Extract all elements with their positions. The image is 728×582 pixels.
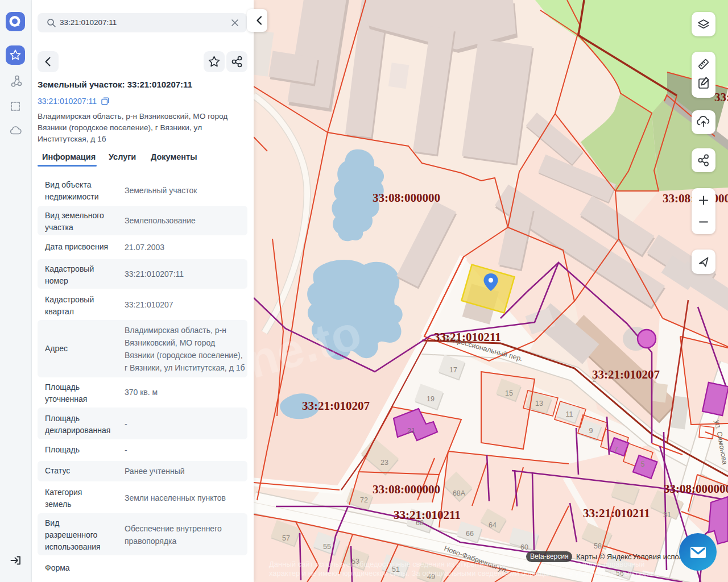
svg-text:33:: 33:	[714, 90, 728, 104]
svg-text:23: 23	[380, 459, 388, 467]
svg-text:13: 13	[535, 400, 543, 408]
svg-text:33:21:010207: 33:21:010207	[302, 399, 370, 413]
svg-text:60: 60	[520, 543, 528, 551]
svg-text:72: 72	[360, 496, 368, 504]
svg-text:33:21:010211: 33:21:010211	[434, 330, 501, 344]
svg-text:33:08:000000: 33:08:000000	[373, 483, 440, 496]
svg-text:58: 58	[594, 542, 602, 550]
svg-text:11: 11	[566, 410, 573, 418]
svg-text:33:21:010211: 33:21:010211	[394, 508, 461, 522]
svg-text:33:21:010211: 33:21:010211	[583, 506, 650, 520]
svg-text:55: 55	[323, 543, 331, 551]
svg-text:64: 64	[489, 521, 497, 529]
svg-text:9: 9	[589, 427, 593, 435]
svg-text:15: 15	[505, 389, 513, 397]
svg-text:33:08:000000: 33:08:000000	[664, 482, 728, 496]
svg-text:19: 19	[427, 395, 435, 403]
svg-text:57: 57	[282, 534, 290, 542]
svg-text:66: 66	[466, 530, 474, 538]
svg-text:7: 7	[614, 446, 618, 454]
svg-text:5: 5	[641, 460, 645, 468]
svg-text:17: 17	[449, 366, 457, 374]
svg-text:31: 31	[663, 511, 671, 519]
svg-text:21: 21	[407, 427, 415, 435]
svg-text:33:08:000000: 33:08:000000	[373, 191, 440, 205]
svg-text:33:21:010207: 33:21:010207	[592, 368, 660, 381]
svg-text:68А: 68А	[453, 489, 466, 497]
